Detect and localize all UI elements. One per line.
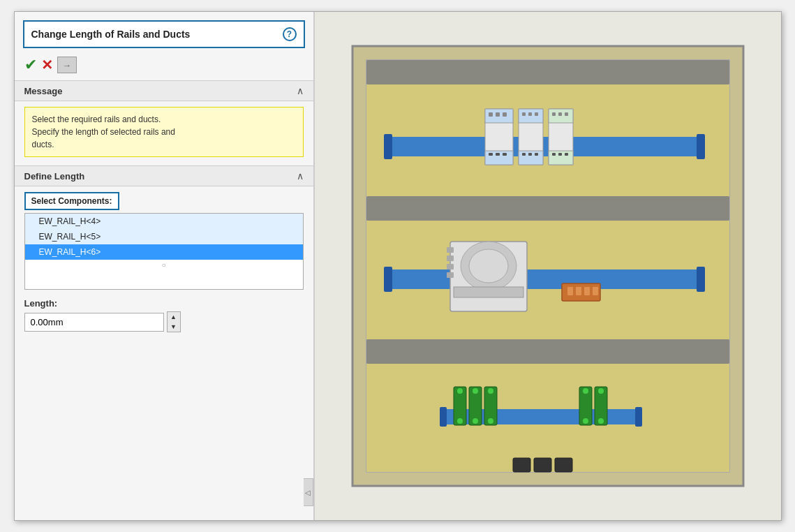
cabinet-svg — [346, 39, 750, 493]
svg-rect-4 — [366, 196, 729, 221]
svg-rect-39 — [384, 267, 392, 292]
svg-rect-28 — [535, 153, 538, 156]
svg-rect-19 — [503, 153, 507, 156]
title-bar: Change Length of Rails and Ducts ? — [23, 20, 305, 48]
svg-rect-26 — [522, 153, 526, 156]
svg-rect-50 — [567, 287, 573, 295]
svg-rect-15 — [496, 112, 500, 117]
message-box: Select the required rails and ducts. Spe… — [24, 107, 304, 157]
svg-rect-52 — [584, 287, 590, 295]
svg-rect-51 — [576, 287, 581, 295]
svg-rect-17 — [489, 153, 493, 156]
svg-rect-8 — [387, 137, 701, 156]
length-label: Length: — [24, 298, 304, 309]
svg-rect-35 — [552, 153, 556, 156]
svg-point-71 — [598, 418, 604, 424]
help-icon[interactable]: ? — [283, 27, 297, 41]
svg-rect-46 — [447, 256, 454, 261]
svg-rect-44 — [454, 287, 523, 297]
toolbar: ✔ ✕ → — [15, 54, 313, 80]
cancel-button[interactable]: ✕ — [41, 58, 53, 72]
spinner-up[interactable]: ▲ — [168, 312, 180, 322]
svg-rect-56 — [635, 407, 642, 427]
svg-rect-48 — [447, 272, 454, 278]
spinner-down[interactable]: ▼ — [168, 322, 180, 332]
components-list: EW_RAIL_H<4> EW_RAIL_H<5> EW_RAIL_H<6> ○ — [24, 213, 304, 290]
message-section-title: Message — [24, 86, 63, 96]
svg-rect-45 — [447, 247, 454, 253]
svg-point-70 — [583, 418, 588, 424]
scroll-indicator: ○ — [25, 260, 303, 270]
svg-rect-24 — [528, 112, 532, 116]
svg-rect-38 — [387, 269, 701, 289]
message-chevron[interactable]: ∧ — [297, 85, 304, 96]
list-item-rail6[interactable]: EW_RAIL_H<6> — [25, 244, 303, 260]
svg-rect-18 — [496, 153, 500, 156]
svg-point-43 — [469, 249, 508, 283]
message-line3: ducts. — [32, 140, 54, 149]
svg-rect-14 — [489, 112, 493, 117]
cabinet-view — [315, 12, 781, 520]
define-section-title: Define Length — [24, 171, 85, 182]
svg-rect-25 — [535, 112, 538, 116]
svg-rect-37 — [565, 153, 568, 156]
list-item-rail5[interactable]: EW_RAIL_H<5> — [25, 229, 303, 244]
right-panel — [315, 12, 781, 520]
length-spinner: ▲ ▼ — [167, 311, 181, 332]
svg-rect-16 — [503, 112, 507, 117]
svg-rect-2 — [366, 60, 729, 84]
message-line2: Specify the length of selected rails and — [32, 127, 175, 137]
define-section: Define Length ∧ Select Components: EW_RA… — [15, 165, 313, 332]
define-chevron[interactable]: ∧ — [297, 170, 304, 182]
main-container: Change Length of Rails and Ducts ? ✔ ✕ →… — [14, 11, 782, 521]
svg-rect-34 — [565, 112, 568, 116]
svg-point-69 — [598, 388, 604, 394]
svg-rect-32 — [552, 112, 556, 116]
svg-point-64 — [473, 418, 478, 424]
list-item-rail4[interactable]: EW_RAIL_H<4> — [25, 214, 303, 229]
collapse-handle[interactable]: ◁ — [304, 478, 313, 506]
svg-rect-40 — [697, 267, 705, 292]
svg-point-62 — [488, 388, 493, 394]
svg-rect-55 — [440, 407, 447, 427]
svg-rect-10 — [697, 134, 705, 159]
confirm-button[interactable]: ✔ — [24, 57, 37, 73]
svg-point-60 — [457, 388, 463, 394]
length-input[interactable] — [24, 313, 164, 332]
svg-rect-72 — [513, 458, 530, 472]
arrow-button[interactable]: → — [57, 57, 77, 73]
svg-rect-74 — [555, 458, 572, 472]
svg-rect-9 — [384, 134, 392, 159]
svg-rect-36 — [558, 153, 562, 156]
svg-rect-6 — [366, 339, 729, 364]
left-panel: Change Length of Rails and Ducts ? ✔ ✕ →… — [15, 12, 315, 520]
define-section-header: Define Length ∧ — [15, 165, 313, 186]
svg-point-68 — [583, 388, 588, 394]
svg-rect-47 — [447, 264, 454, 269]
svg-point-61 — [473, 388, 478, 394]
message-line1: Select the required rails and ducts. — [32, 114, 161, 124]
message-section-header: Message ∧ — [15, 80, 313, 101]
svg-point-65 — [488, 418, 493, 424]
length-input-row: ▲ ▼ — [24, 311, 304, 332]
svg-rect-23 — [522, 112, 526, 116]
svg-rect-53 — [593, 287, 598, 295]
panel-title: Change Length of Rails and Ducts — [31, 29, 191, 40]
select-components-label: Select Components: — [24, 192, 119, 210]
svg-point-63 — [457, 418, 463, 424]
svg-rect-73 — [534, 458, 551, 472]
svg-rect-33 — [558, 112, 562, 116]
svg-rect-27 — [528, 153, 532, 156]
